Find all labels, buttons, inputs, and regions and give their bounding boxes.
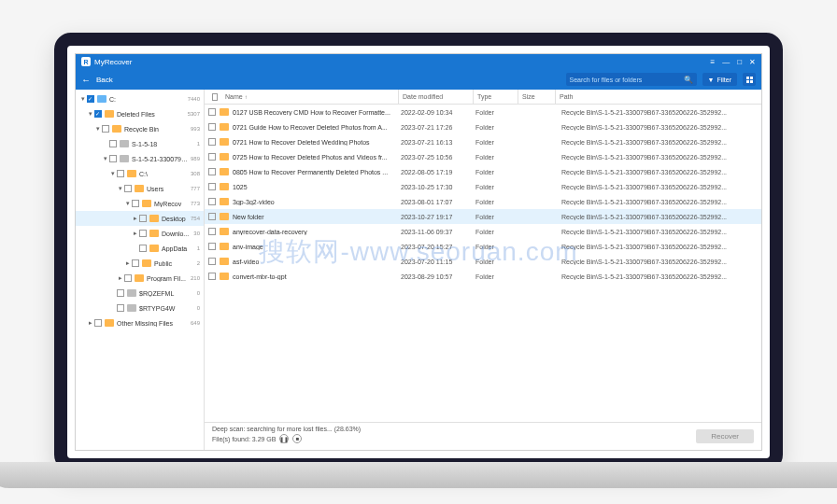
chevron-icon[interactable]: ▾ xyxy=(109,170,117,177)
file-date: 2023-10-25 17:30 xyxy=(397,184,472,190)
folder-icon xyxy=(135,274,144,282)
row-checkbox[interactable] xyxy=(208,138,216,146)
tree-label: S-1-5-18 xyxy=(132,141,197,147)
tree-item[interactable]: ▾MyRecov773 xyxy=(76,196,204,211)
filter-button[interactable]: ▼ Filter xyxy=(702,73,738,86)
checkbox[interactable] xyxy=(139,230,147,237)
col-date[interactable]: Date modified xyxy=(399,90,474,104)
tree-item[interactable]: ▾C:7440 xyxy=(76,91,204,106)
file-path: Recycle Bin\S-1-5-21-330079B67-336520622… xyxy=(554,184,761,190)
tree-count: 0 xyxy=(197,290,200,296)
file-row[interactable]: 0127 USB Recovery CMD How to Recover For… xyxy=(205,105,761,119)
checkbox[interactable] xyxy=(117,289,124,297)
tree-label: Program Fil... xyxy=(147,275,191,282)
checkbox[interactable] xyxy=(139,215,147,222)
file-row[interactable]: convert-mbr-to-gpt2023-08-29 10:57Folder… xyxy=(205,269,761,284)
tree-item[interactable]: AppData1 xyxy=(76,241,204,256)
checkbox[interactable] xyxy=(132,259,139,267)
search-input[interactable]: Search for files or folders 🔍 xyxy=(566,73,697,86)
checkbox[interactable] xyxy=(109,140,117,147)
row-checkbox[interactable] xyxy=(208,273,216,280)
tree-item[interactable]: S-1-5-181 xyxy=(76,136,204,151)
row-checkbox[interactable] xyxy=(208,228,216,235)
file-row[interactable]: anv-image2023-07-20 15:27FolderRecycle B… xyxy=(205,239,761,254)
chevron-icon[interactable]: ▾ xyxy=(94,125,102,133)
tree-count: 7440 xyxy=(188,96,200,102)
chevron-icon[interactable]: ▾ xyxy=(79,95,87,103)
back-label[interactable]: Back xyxy=(96,76,113,84)
search-icon[interactable]: 🔍 xyxy=(684,76,693,84)
checkbox[interactable] xyxy=(87,95,94,103)
row-checkbox[interactable] xyxy=(208,213,216,220)
file-row[interactable]: 0805 How to Recover Permanently Deleted … xyxy=(205,164,761,179)
tree-item[interactable]: ▸Other Missing Files649 xyxy=(76,315,204,330)
tree-item[interactable]: ▾Deleted Files5307 xyxy=(76,106,204,121)
maximize-icon[interactable]: □ xyxy=(737,58,742,66)
tree-item[interactable]: ▾S-1-5-21-330079B...989 xyxy=(76,151,204,166)
chevron-icon[interactable]: ▸ xyxy=(87,319,94,327)
row-checkbox[interactable] xyxy=(208,123,216,131)
row-checkbox[interactable] xyxy=(208,108,216,116)
stop-icon[interactable]: ■ xyxy=(292,434,302,443)
file-type: Folder xyxy=(472,139,517,146)
col-name[interactable]: Name↑ xyxy=(221,90,399,104)
file-row[interactable]: 0725 How to Recover Deleted Photos and V… xyxy=(205,149,761,164)
checkbox[interactable] xyxy=(117,304,124,312)
chevron-icon[interactable]: ▾ xyxy=(124,200,132,207)
col-path[interactable]: Path xyxy=(556,90,761,104)
tree-item[interactable]: ▾Users777 xyxy=(76,181,204,196)
row-checkbox[interactable] xyxy=(208,183,216,190)
checkbox[interactable] xyxy=(139,245,147,252)
checkbox[interactable] xyxy=(124,274,132,282)
checkbox[interactable] xyxy=(124,185,132,192)
tree-item[interactable]: ▸Downlo...30 xyxy=(76,226,204,241)
chevron-icon[interactable]: ▸ xyxy=(117,274,124,282)
checkbox[interactable] xyxy=(109,155,117,162)
file-row[interactable]: 0721 How to Recover Deleted Wedding Phot… xyxy=(205,134,761,149)
checkbox[interactable] xyxy=(94,110,102,118)
file-path: Recycle Bin\S-1-5-21-330079B67-336520622… xyxy=(554,229,761,235)
file-row[interactable]: anyrecover-data-recovery2023-11-06 09:37… xyxy=(205,224,761,239)
col-type[interactable]: Type xyxy=(474,90,518,104)
chevron-icon[interactable]: ▾ xyxy=(102,155,109,162)
grid-view-button[interactable] xyxy=(743,73,756,86)
file-row[interactable]: 3gp-3g2-video2023-08-01 17:07FolderRecyc… xyxy=(205,194,761,209)
tree-item[interactable]: ▾Recycle Bin993 xyxy=(76,121,204,136)
select-all-checkbox[interactable] xyxy=(212,93,218,101)
checkbox[interactable] xyxy=(94,319,102,327)
tree-item[interactable]: ▸Desktop754 xyxy=(76,211,204,226)
file-path: Recycle Bin\S-1-5-21-330079B67-336520622… xyxy=(554,154,761,161)
folder-icon xyxy=(220,138,229,146)
col-size[interactable]: Size xyxy=(518,90,556,104)
row-checkbox[interactable] xyxy=(208,198,216,205)
file-row[interactable]: 0721 Guide How to Recover Deleted Photos… xyxy=(205,119,761,134)
row-checkbox[interactable] xyxy=(208,168,216,175)
back-arrow-icon[interactable]: ← xyxy=(81,75,91,85)
row-checkbox[interactable] xyxy=(208,153,216,161)
menu-icon[interactable]: ≡ xyxy=(710,58,715,66)
file-row[interactable]: 10252023-10-25 17:30FolderRecycle Bin\S-… xyxy=(205,179,761,194)
chevron-icon[interactable]: ▸ xyxy=(124,259,132,267)
file-type: Folder xyxy=(472,214,517,220)
tree-item[interactable]: ▾C:\308 xyxy=(76,166,204,181)
recover-button[interactable]: Recover xyxy=(696,429,754,443)
tree-item[interactable]: ▸Program Fil...210 xyxy=(76,271,204,286)
checkbox[interactable] xyxy=(132,200,139,207)
checkbox[interactable] xyxy=(117,170,124,177)
checkbox[interactable] xyxy=(102,125,109,133)
chevron-icon[interactable]: ▾ xyxy=(117,185,124,192)
row-checkbox[interactable] xyxy=(208,243,216,250)
tree-item[interactable]: ▸Public2 xyxy=(76,256,204,271)
close-icon[interactable]: ✕ xyxy=(749,58,756,66)
tree-item[interactable]: $RQZEFML0 xyxy=(76,286,204,301)
pause-icon[interactable]: ❚❚ xyxy=(279,434,289,443)
minimize-icon[interactable]: — xyxy=(722,58,730,66)
file-row[interactable]: asf-video2023-07-20 11:15FolderRecycle B… xyxy=(205,254,761,269)
chevron-icon[interactable]: ▾ xyxy=(87,110,94,118)
folder-icon xyxy=(105,319,114,327)
chevron-icon[interactable]: ▸ xyxy=(132,215,139,222)
file-row[interactable]: New folder2023-10-27 19:17FolderRecycle … xyxy=(205,209,761,224)
chevron-icon[interactable]: ▸ xyxy=(132,230,139,237)
tree-item[interactable]: $RTYPG4W0 xyxy=(76,301,204,315)
row-checkbox[interactable] xyxy=(208,258,216,265)
